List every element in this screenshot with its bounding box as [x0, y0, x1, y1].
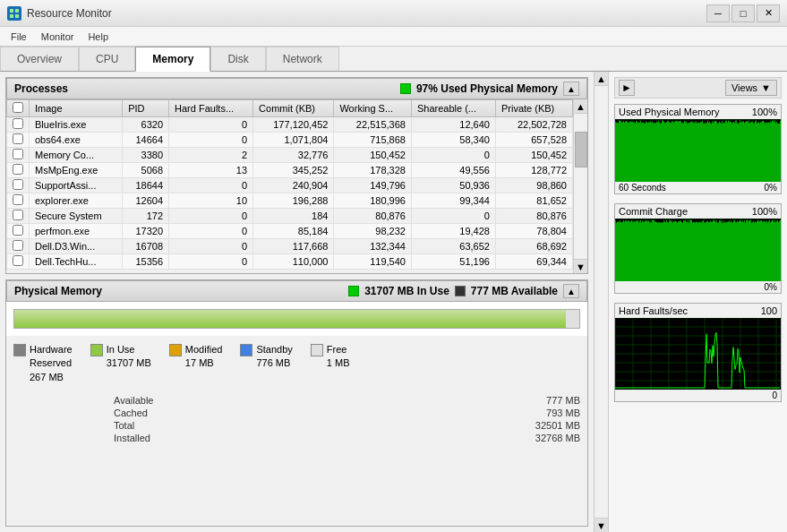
table-row: explorer.exe 12604 10 196,288 180,996 99…: [7, 193, 573, 209]
col-working[interactable]: Working S...: [334, 100, 412, 117]
tab-cpu[interactable]: CPU: [79, 47, 135, 71]
row-shareable: 99,344: [411, 193, 495, 209]
close-button[interactable]: ✕: [757, 4, 780, 22]
stat-cached-label: Cached: [114, 408, 336, 418]
col-commit[interactable]: Commit (KB): [253, 100, 334, 117]
row-image: obs64.exe: [30, 133, 123, 148]
svg-rect-2: [10, 14, 13, 18]
scroll-up-btn[interactable]: ▲: [574, 99, 587, 114]
row-hard-faults: 0: [169, 178, 253, 193]
col-image[interactable]: Image: [30, 100, 123, 117]
menu-help[interactable]: Help: [81, 30, 115, 44]
chart-commit-footer: 0%: [615, 281, 781, 293]
row-working: 715,868: [334, 133, 412, 148]
row-image: explorer.exe: [30, 193, 123, 209]
expand-btn[interactable]: ►: [619, 80, 635, 96]
stat-installed-value: 32768 MB: [354, 433, 580, 443]
row-image: SupportAssi...: [30, 178, 123, 193]
row-shareable: 0: [411, 209, 495, 224]
col-pid[interactable]: PID: [123, 100, 169, 117]
chart3-canvas: [615, 318, 781, 390]
processes-collapse-btn[interactable]: ▲: [563, 82, 579, 96]
legend-hardware: HardwareReserved267 MB: [13, 343, 73, 384]
row-working: 180,996: [334, 193, 412, 209]
menu-monitor[interactable]: Monitor: [34, 30, 81, 44]
stat-installed-label: Installed: [114, 433, 336, 443]
row-checkbox[interactable]: [7, 193, 30, 209]
select-all-checkbox[interactable]: [13, 102, 23, 113]
row-commit: 240,904: [253, 178, 334, 193]
tab-network[interactable]: Network: [266, 47, 339, 71]
processes-scrollbar[interactable]: ▲ ▼: [573, 99, 587, 273]
stat-total-label: Total: [114, 420, 336, 431]
svg-rect-1: [15, 9, 19, 13]
minimize-button[interactable]: ─: [706, 4, 730, 22]
col-checkbox[interactable]: [7, 100, 30, 117]
legend-inuse-box: [90, 344, 103, 356]
row-checkbox[interactable]: [7, 224, 30, 239]
memory-bar-container: [6, 302, 587, 336]
memory-header: Physical Memory 31707 MB In Use 777 MB A…: [6, 280, 587, 302]
legend-free-text: Free1 MB: [327, 343, 350, 371]
row-private: 22,502,728: [495, 117, 572, 133]
tab-overview[interactable]: Overview: [0, 47, 79, 71]
row-commit: 85,184: [253, 224, 334, 239]
chart-hard-faults: Hard Faults/sec 100 0: [614, 303, 782, 402]
row-shareable: 63,652: [411, 239, 495, 254]
chart2-canvas: [615, 219, 781, 281]
row-checkbox[interactable]: [7, 133, 30, 148]
scroll-down-btn[interactable]: ▼: [574, 259, 587, 273]
row-checkbox[interactable]: [7, 254, 30, 270]
row-private: 150,452: [495, 148, 572, 163]
processes-status: 97% Used Physical Memory: [416, 82, 558, 95]
svg-rect-0: [10, 9, 13, 13]
chart-commit-header: Commit Charge 100%: [615, 204, 781, 219]
table-row: Dell.TechHu... 15356 0 110,000 119,540 5…: [7, 254, 573, 270]
row-shareable: 0: [411, 148, 495, 163]
maximize-button[interactable]: □: [731, 4, 755, 22]
right-panel: ► Views ▼ Used Physical Memory 100% 60 S…: [608, 72, 787, 532]
window-title: Resource Monitor: [27, 7, 112, 20]
tab-disk[interactable]: Disk: [210, 47, 265, 71]
row-commit: 110,000: [253, 254, 334, 270]
row-private: 98,860: [495, 178, 572, 193]
row-private: 69,344: [495, 254, 572, 270]
row-checkbox[interactable]: [7, 148, 30, 163]
col-shareable[interactable]: Shareable (...: [411, 100, 495, 117]
row-checkbox[interactable]: [7, 178, 30, 193]
row-private: 128,772: [495, 163, 572, 178]
chart-hard-faults-value: 100: [761, 305, 777, 316]
row-checkbox[interactable]: [7, 117, 30, 133]
memory-in-use: 31707 MB In Use: [364, 285, 449, 297]
views-button[interactable]: Views ▼: [725, 80, 777, 96]
col-private[interactable]: Private (KB): [495, 100, 572, 117]
main-scroll-down[interactable]: ▼: [595, 518, 608, 532]
row-checkbox[interactable]: [7, 239, 30, 254]
svg-rect-3: [15, 14, 19, 18]
memory-label: Physical Memory: [14, 285, 102, 297]
main-scroll-up[interactable]: ▲: [595, 72, 608, 86]
col-hard-faults[interactable]: Hard Faults...: [169, 100, 253, 117]
row-commit: 196,288: [253, 193, 334, 209]
memory-collapse-btn[interactable]: ▲: [563, 284, 579, 298]
row-checkbox[interactable]: [7, 209, 30, 224]
row-pid: 18644: [123, 178, 169, 193]
legend-standby-text: Standby776 MB: [256, 343, 292, 371]
processes-table-container[interactable]: Image PID Hard Faults... Commit (KB) Wor…: [6, 99, 587, 273]
legend-hardware-box: [13, 344, 26, 356]
row-commit: 184: [253, 209, 334, 224]
scroll-track[interactable]: [574, 114, 587, 259]
row-pid: 6320: [123, 117, 169, 133]
tab-memory[interactable]: Memory: [135, 47, 210, 72]
main-scroll-track[interactable]: [595, 86, 608, 518]
menu-file[interactable]: File: [4, 30, 34, 44]
row-hard-faults: 10: [169, 193, 253, 209]
row-hard-faults: 0: [169, 133, 253, 148]
main-scrollbar[interactable]: ▲ ▼: [594, 72, 608, 532]
memory-available: 777 MB Available: [471, 285, 558, 297]
green-indicator: [400, 83, 411, 94]
row-checkbox[interactable]: [7, 163, 30, 178]
table-row: SupportAssi... 18644 0 240,904 149,796 5…: [7, 178, 573, 193]
scroll-thumb[interactable]: [575, 132, 587, 167]
table-row: obs64.exe 14664 0 1,071,804 715,868 58,3…: [7, 133, 573, 148]
